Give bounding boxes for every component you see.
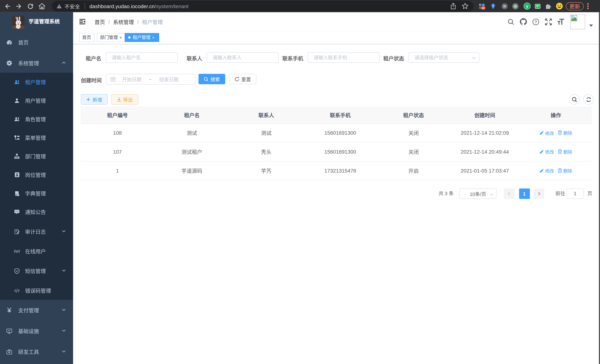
svg-text:y: y (526, 4, 528, 9)
svg-text:⌘: ⌘ (503, 4, 506, 8)
svg-text:?: ? (534, 20, 537, 24)
svg-text:10: 10 (482, 6, 485, 9)
